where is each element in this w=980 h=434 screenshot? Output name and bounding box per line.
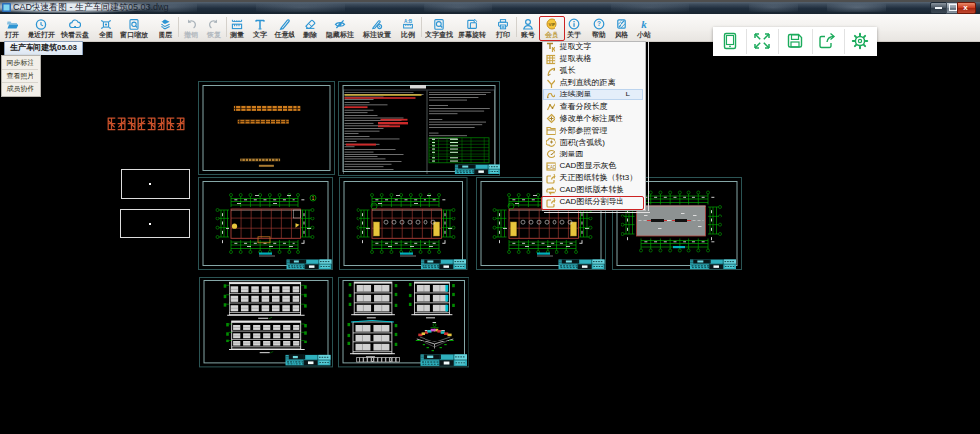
svg-text:CAD: CAD xyxy=(546,164,555,169)
svg-text:k: k xyxy=(641,18,647,30)
svg-text:1: 1 xyxy=(312,196,315,201)
svg-text:?: ? xyxy=(597,20,601,27)
svg-text:A:B: A:B xyxy=(404,18,413,23)
